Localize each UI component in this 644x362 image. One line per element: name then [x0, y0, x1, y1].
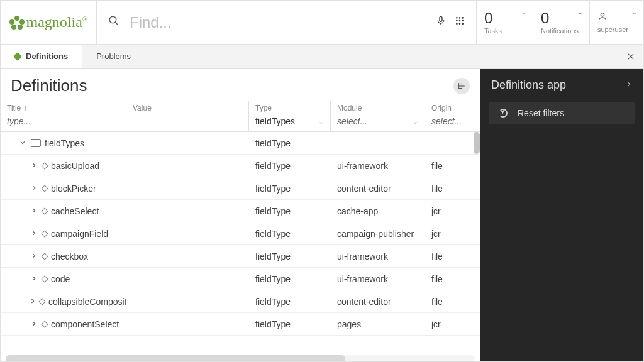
row-module: campaign-publisher: [331, 229, 425, 239]
row-module: content-editor: [331, 297, 425, 307]
expand-icon[interactable]: [30, 230, 38, 238]
close-app-button[interactable]: [618, 45, 643, 68]
col-header-value[interactable]: Value: [126, 101, 249, 114]
filter-value[interactable]: [126, 114, 249, 132]
row-origin: jcr: [425, 319, 472, 329]
row-title: basicUpload: [51, 161, 99, 171]
search-icon[interactable]: [108, 15, 119, 30]
definitions-tree: fieldTypesfieldTypebasicUploadfieldTypeu…: [1, 132, 480, 353]
expand-icon[interactable]: [30, 321, 38, 328]
table-row[interactable]: campaignFieldfieldTypecampaign-publisher…: [1, 222, 480, 245]
row-type: fieldType: [249, 274, 331, 284]
chevron-down-icon: ⌄: [521, 8, 526, 16]
expand-icon[interactable]: [30, 298, 36, 305]
row-title: blockPicker: [51, 184, 96, 194]
node-icon: [41, 207, 48, 214]
toggle-tree-list-button[interactable]: [453, 78, 470, 94]
table-row[interactable]: collapsibleCompositefieldTypecontent-edi…: [1, 290, 480, 313]
logo[interactable]: magnolia®: [1, 1, 97, 44]
table-row[interactable]: cacheSelectfieldTypecache-appjcr: [1, 200, 480, 222]
col-header-module[interactable]: Module: [331, 101, 425, 114]
row-module: pages: [331, 319, 425, 329]
node-icon: [41, 230, 48, 237]
action-label: Reset filters: [518, 108, 564, 118]
tab-label: Definitions: [26, 52, 68, 61]
node-icon: [41, 185, 48, 192]
table-row[interactable]: fieldTypesfieldType: [1, 132, 480, 155]
table-row[interactable]: codefieldTypeui-frameworkfile: [1, 268, 480, 290]
col-scroll-gutter: [472, 101, 480, 114]
row-title: checkbox: [51, 251, 88, 261]
search-input[interactable]: [128, 13, 427, 32]
row-origin: file: [425, 184, 472, 194]
filter-title[interactable]: type...: [1, 114, 126, 132]
row-type: fieldType: [249, 251, 331, 261]
filter-module[interactable]: select...⌄: [331, 114, 425, 132]
table-row[interactable]: basicUploadfieldTypeui-frameworkfile: [1, 155, 480, 177]
table-row[interactable]: checkboxfieldTypeui-frameworkfile: [1, 245, 480, 268]
tasks-count: 0: [484, 11, 525, 26]
svg-point-5: [459, 17, 461, 19]
col-header-origin[interactable]: Origin: [425, 101, 472, 114]
logo-registered-icon: ®: [82, 16, 87, 23]
table-row[interactable]: componentSelectfieldTypepagesjcr: [1, 313, 480, 336]
row-type: fieldType: [249, 161, 331, 171]
page-title: Definitions: [11, 76, 453, 96]
chevron-right-icon[interactable]: [626, 79, 632, 92]
expand-icon[interactable]: [30, 207, 38, 215]
filter-type[interactable]: fieldTypes⌄: [249, 114, 331, 132]
tasks-label: Tasks: [484, 27, 525, 35]
row-module: ui-framework: [331, 251, 425, 261]
tab-definitions[interactable]: Definitions: [1, 45, 82, 68]
table-row[interactable]: blockPickerfieldTypecontent-editorfile: [1, 177, 480, 200]
scrollbar-horizontal[interactable]: [6, 355, 475, 362]
collapse-icon[interactable]: [18, 140, 27, 147]
svg-point-9: [462, 20, 464, 22]
row-origin: file: [425, 274, 472, 284]
reset-filters-button[interactable]: Reset filters: [489, 102, 635, 124]
svg-line-1: [115, 22, 118, 25]
logo-flower-icon: [10, 16, 24, 30]
svg-rect-2: [440, 16, 442, 21]
chevron-down-icon: ⌄: [631, 8, 637, 16]
expand-icon[interactable]: [30, 253, 38, 260]
row-type: fieldType: [249, 319, 331, 329]
tab-label: Problems: [96, 52, 131, 61]
node-icon: [38, 298, 45, 305]
column-headers: Title↑ Value Type Module Origin: [1, 101, 480, 114]
scrollbar-vertical[interactable]: [474, 132, 480, 154]
node-icon: [41, 321, 48, 327]
svg-point-8: [459, 20, 461, 22]
column-filters: type... fieldTypes⌄ select...⌄ select...: [1, 114, 480, 132]
voice-search-icon[interactable]: [436, 14, 446, 30]
logo-text: magnolia: [26, 14, 82, 30]
sort-asc-icon: ↑: [23, 104, 27, 112]
expand-icon[interactable]: [30, 162, 38, 170]
user-name: superuser: [597, 26, 636, 33]
user-menu[interactable]: superuser ⌄: [590, 1, 643, 44]
tab-problems[interactable]: Problems: [82, 45, 145, 68]
app-launcher-icon[interactable]: [455, 16, 465, 29]
row-module: content-editor: [331, 184, 425, 194]
expand-icon[interactable]: [30, 275, 38, 283]
expand-icon[interactable]: [30, 185, 38, 192]
row-title: code: [51, 274, 70, 284]
tasks-dropdown[interactable]: 0 Tasks ⌄: [477, 1, 533, 44]
filter-origin[interactable]: select...: [425, 114, 472, 132]
svg-point-10: [456, 23, 458, 25]
refresh-icon: [499, 109, 508, 118]
row-type: fieldType: [249, 206, 331, 216]
action-sidebar: Definitions app Reset filters: [480, 69, 643, 362]
notifications-dropdown[interactable]: 0 Notifications ⌄: [533, 1, 590, 44]
col-header-title[interactable]: Title↑: [1, 101, 126, 114]
svg-point-0: [109, 16, 116, 23]
col-scroll-gutter: [472, 114, 480, 132]
node-icon: [41, 275, 48, 282]
notifications-label: Notifications: [541, 27, 582, 35]
sidebar-title: Definitions app: [491, 79, 566, 92]
svg-point-11: [459, 23, 461, 25]
svg-point-6: [462, 17, 464, 19]
svg-point-4: [456, 17, 458, 19]
row-module: ui-framework: [331, 274, 425, 284]
col-header-type[interactable]: Type: [249, 101, 331, 114]
